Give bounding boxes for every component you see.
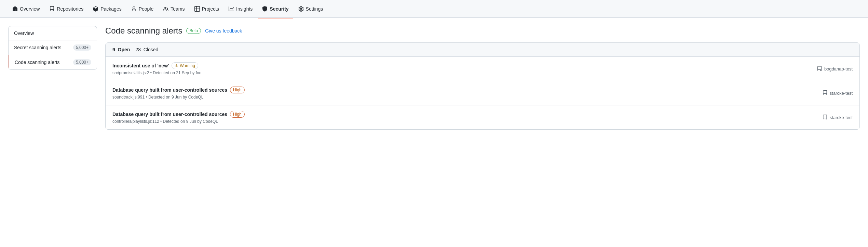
top-navigation: Overview Repositories Packages People: [0, 0, 868, 18]
severity-badge: High: [230, 87, 245, 93]
nav-item-people[interactable]: People: [127, 4, 158, 14]
closed-filter[interactable]: 28 Closed: [135, 47, 158, 52]
repo-icon: [822, 115, 828, 120]
warning-icon: ⚠: [175, 63, 178, 68]
nav-item-settings[interactable]: Settings: [294, 4, 327, 14]
severity-badge: High: [230, 111, 245, 118]
alert-title-text: Database query built from user-controlle…: [112, 87, 227, 93]
content-header: Code scanning alerts Beta Give us feedba…: [105, 26, 860, 36]
alert-right: starcke-test: [822, 115, 853, 120]
feedback-link[interactable]: Give us feedback: [205, 28, 242, 34]
alert-meta: src/promiseUtils.js:2 • Detected on 21 S…: [112, 70, 201, 75]
nav-label-repositories: Repositories: [57, 6, 83, 12]
sidebar-item-overview[interactable]: Overview: [9, 26, 97, 40]
table-icon: [194, 6, 200, 12]
sidebar-secret-label: Secret scanning alerts: [14, 45, 62, 50]
nav-item-overview[interactable]: Overview: [8, 4, 44, 14]
nav-label-people: People: [139, 6, 154, 12]
gear-icon: [298, 6, 304, 12]
alert-title: Inconsistent use of 'new' ⚠ Warning: [112, 62, 201, 69]
repo-icon: [822, 90, 828, 96]
alert-title-text: Inconsistent use of 'new': [112, 63, 169, 68]
alert-row[interactable]: Inconsistent use of 'new' ⚠ Warning src/…: [106, 57, 859, 81]
nav-item-security[interactable]: Security: [258, 4, 293, 14]
home-icon: [12, 6, 18, 12]
alert-title-text: Database query built from user-controlle…: [112, 112, 227, 117]
alert-repo: bogdanap-test: [824, 66, 853, 72]
alert-meta: soundtrack.js:991 • Detected on 9 Jun by…: [112, 95, 245, 100]
nav-item-teams[interactable]: Teams: [159, 4, 189, 14]
alerts-container: 9 Open 28 Closed Inconsistent use of 'ne…: [105, 42, 860, 130]
sidebar-overview-label: Overview: [14, 30, 34, 36]
alert-right: starcke-test: [822, 90, 853, 96]
sidebar-item-code-scanning[interactable]: Code scanning alerts 5,000+: [9, 55, 97, 69]
main-content: Code scanning alerts Beta Give us feedba…: [105, 26, 860, 239]
page-title: Code scanning alerts: [105, 26, 182, 36]
package-icon: [93, 6, 98, 12]
sidebar-item-secret-scanning[interactable]: Secret scanning alerts 5,000+: [9, 40, 97, 55]
nav-label-settings: Settings: [306, 6, 323, 12]
people-icon: [163, 6, 168, 12]
open-filter[interactable]: 9 Open: [112, 47, 130, 52]
nav-item-packages[interactable]: Packages: [89, 4, 125, 14]
severity-badge: ⚠ Warning: [172, 62, 198, 69]
main-layout: Overview Secret scanning alerts 5,000+ C…: [0, 18, 868, 247]
open-label: Open: [118, 47, 130, 52]
sidebar-code-label: Code scanning alerts: [15, 60, 60, 65]
nav-label-overview: Overview: [20, 6, 40, 12]
alert-left: Database query built from user-controlle…: [112, 111, 245, 124]
nav-label-packages: Packages: [100, 6, 121, 12]
alert-left: Inconsistent use of 'new' ⚠ Warning src/…: [112, 62, 201, 75]
sidebar-code-badge: 5,000+: [73, 59, 91, 65]
alert-title: Database query built from user-controlle…: [112, 111, 245, 118]
person-icon: [131, 6, 137, 12]
alert-row[interactable]: Database query built from user-controlle…: [106, 105, 859, 129]
nav-label-projects: Projects: [202, 6, 219, 12]
alert-row[interactable]: Database query built from user-controlle…: [106, 81, 859, 105]
closed-count: 28: [135, 47, 141, 52]
nav-item-insights[interactable]: Insights: [225, 4, 257, 14]
nav-label-security: Security: [270, 6, 288, 12]
beta-badge: Beta: [186, 28, 201, 34]
nav-item-projects[interactable]: Projects: [190, 4, 223, 14]
alert-meta: controllers/playlists.js:112 • Detected …: [112, 119, 245, 124]
alert-right: bogdanap-test: [817, 66, 853, 72]
closed-label: Closed: [144, 47, 159, 52]
alert-left: Database query built from user-controlle…: [112, 87, 245, 100]
alert-repo: starcke-test: [830, 91, 853, 96]
alerts-header: 9 Open 28 Closed: [106, 43, 859, 57]
shield-icon: [262, 6, 268, 12]
open-count: 9: [112, 47, 115, 52]
nav-item-repositories[interactable]: Repositories: [45, 4, 87, 14]
alert-title: Database query built from user-controlle…: [112, 87, 245, 93]
nav-label-insights: Insights: [236, 6, 253, 12]
repo-icon: [49, 6, 55, 12]
repo-icon: [817, 66, 822, 72]
sidebar-secret-badge: 5,000+: [73, 44, 91, 51]
graph-icon: [229, 6, 234, 12]
sidebar: Overview Secret scanning alerts 5,000+ C…: [8, 26, 97, 70]
alert-repo: starcke-test: [830, 115, 853, 120]
nav-label-teams: Teams: [171, 6, 185, 12]
